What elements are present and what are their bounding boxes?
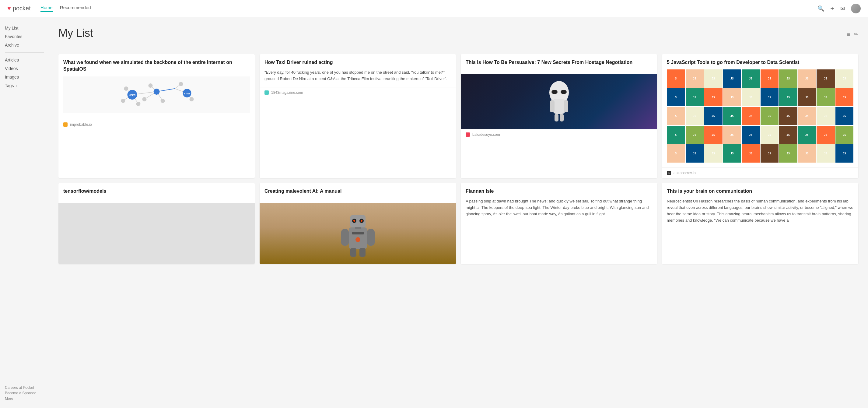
card-1[interactable]: What we found when we simulated the back… (58, 54, 255, 178)
js-cell: JS (742, 144, 760, 163)
card-6[interactable]: Creating malevolent AI: A manual (259, 183, 456, 264)
card-6-title: Creating malevolent AI: A manual (265, 188, 451, 195)
svg-point-12 (161, 99, 165, 103)
js-cell: JS (779, 88, 797, 107)
card-2-text: "Every day, for 40 fucking years, one of… (265, 69, 451, 82)
add-icon[interactable]: + (830, 5, 834, 12)
js-cell: JS (779, 69, 797, 88)
card-3-title: This Is How To Be Persuasive: 7 New Secr… (466, 59, 652, 66)
nav-home[interactable]: Home (40, 5, 53, 12)
sidebar: My List Favorites Archive Articles Video… (0, 17, 49, 274)
card-2-title: How Taxi Driver ruined acting (265, 59, 451, 66)
card-4-footer: A astronomer.io (662, 168, 858, 178)
svg-rect-28 (550, 100, 555, 112)
js-cell: JS (798, 126, 816, 144)
svg-rect-29 (564, 100, 568, 112)
js-cell: JS (723, 88, 741, 107)
svg-point-36 (353, 220, 355, 222)
js-cell: JS (816, 107, 835, 125)
svg-rect-41 (350, 248, 356, 257)
sidebar-item-articles[interactable]: Articles (5, 56, 44, 64)
sidebar-item-images[interactable]: Images (5, 74, 44, 81)
card-8[interactable]: This is your brain on communication Neur… (662, 183, 858, 264)
js-tools-grid: SJSJSJSJSJSJSJSJSJSSJSJSJSJSJSJSJSJSJSSJ… (667, 69, 854, 163)
js-cell: JS (686, 126, 704, 144)
header: ♥ pocket Home Recommended 🔍 + ✉ (0, 0, 868, 17)
js-cell: JS (742, 88, 760, 107)
js-cell: JS (779, 144, 797, 163)
card-4-favicon: A (667, 171, 671, 175)
js-cell: JS (798, 88, 816, 107)
svg-point-16 (121, 99, 125, 103)
js-cell: S (667, 107, 685, 125)
svg-rect-38 (355, 227, 361, 229)
sidebar-item-tags[interactable]: Tags › (5, 82, 44, 89)
svg-point-14 (124, 86, 128, 91)
logo-text: pocket (13, 5, 31, 12)
card-3[interactable]: This Is How To Be Persuasive: 7 New Secr… (461, 54, 657, 178)
avatar[interactable] (851, 4, 861, 13)
logo[interactable]: ♥ pocket (7, 5, 31, 12)
toolbar: ≡ ✏ (847, 31, 858, 38)
sidebar-item-videos[interactable]: Videos (5, 65, 44, 72)
js-cell: JS (686, 107, 704, 125)
nav-recommended[interactable]: Recommended (60, 5, 91, 12)
js-cell: JS (686, 88, 704, 107)
js-cell: JS (816, 69, 835, 88)
card-3-footer: bakadesuyo.com (461, 129, 657, 140)
js-cell: JS (816, 144, 835, 163)
js-cell: JS (761, 69, 779, 88)
svg-text:YTube: YTube (184, 93, 190, 95)
js-cell: JS (761, 126, 779, 144)
svg-rect-27 (553, 99, 565, 114)
js-cell: JS (742, 69, 760, 88)
edit-icon[interactable]: ✏ (854, 31, 858, 38)
list-view-icon[interactable]: ≡ (847, 31, 850, 38)
sidebar-item-favorites[interactable]: Favorites (5, 33, 44, 40)
js-cell: S (667, 88, 685, 107)
svg-rect-30 (555, 114, 558, 121)
js-cell: JS (723, 126, 741, 144)
svg-point-19 (154, 89, 160, 95)
js-cell: JS (704, 126, 722, 144)
svg-rect-42 (360, 248, 366, 257)
card-7-title: Flannan Isle (466, 188, 652, 195)
card-4[interactable]: 5 JavaScript Tools to go from Developer … (662, 54, 858, 178)
card-8-title: This is your brain on communication (667, 188, 854, 195)
mail-icon[interactable]: ✉ (840, 5, 845, 12)
js-cell: JS (686, 69, 704, 88)
card-5[interactable]: tensorflow/models (58, 183, 255, 264)
card-6-image (259, 203, 456, 264)
js-cell: JS (723, 144, 741, 163)
network-graph: YTube USER (63, 77, 250, 113)
sidebar-item-mylist[interactable]: My List (5, 24, 44, 32)
js-cell: JS (704, 144, 722, 163)
search-icon[interactable]: 🔍 (817, 5, 824, 12)
card-3-image (461, 74, 657, 129)
card-1-favicon (63, 122, 68, 127)
js-cell: JS (816, 88, 835, 107)
card-7-text: A passing ship at dawn had brought The n… (466, 198, 652, 217)
svg-point-37 (361, 220, 363, 222)
js-cell: JS (779, 126, 797, 144)
card-2-favicon (265, 90, 269, 95)
svg-text:USER: USER (129, 94, 135, 96)
card-8-text: Neuroscientist Uri Hasson researches the… (667, 198, 854, 224)
js-cell: JS (779, 107, 797, 125)
js-cell: JS (742, 126, 760, 144)
sidebar-item-archive[interactable]: Archive (5, 41, 44, 49)
main-content: My List ≡ ✏ What we found when we simula… (49, 17, 868, 274)
svg-rect-40 (367, 229, 375, 246)
js-cell: JS (723, 107, 741, 125)
js-cell: S (667, 69, 685, 88)
card-4-domain: astronomer.io (674, 171, 696, 175)
js-cell: S (667, 126, 685, 144)
page-title: My List (58, 27, 93, 39)
card-7[interactable]: Flannan Isle A passing ship at dawn had … (461, 183, 657, 264)
header-actions: 🔍 + ✉ (817, 4, 861, 13)
js-cell: JS (761, 88, 779, 107)
card-1-domain: improbable.io (70, 122, 92, 127)
card-2-domain: 1843magazine.com (271, 90, 303, 95)
card-3-domain: bakadesuyo.com (472, 133, 500, 137)
card-2[interactable]: How Taxi Driver ruined acting "Every day… (259, 54, 456, 178)
